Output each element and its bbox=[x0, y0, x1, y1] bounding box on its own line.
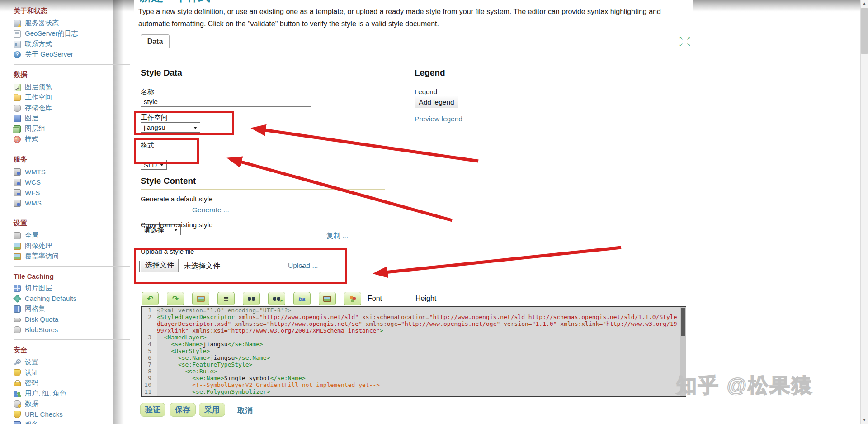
sidebar-item-coverage-access[interactable]: 覆盖率访问 bbox=[14, 251, 130, 262]
sidebar-item-wms[interactable]: WMS bbox=[14, 198, 130, 208]
service-security-icon bbox=[14, 421, 21, 424]
cancel-link[interactable]: 取消 bbox=[237, 405, 253, 416]
sidebar-item-layer-preview[interactable]: 图层预览 bbox=[14, 82, 130, 92]
code-text: <!--SymbolLayerV2 GradientFill not imple… bbox=[154, 381, 686, 388]
code-line: 5 <UserStyle> bbox=[142, 348, 686, 354]
sidebar-item-layer-groups[interactable]: 图层组 bbox=[14, 124, 130, 134]
code-line: 11 <se:PolygonSymbolizer> bbox=[142, 388, 686, 395]
editor-scrollbar-thumb[interactable] bbox=[681, 308, 685, 336]
geoserver-new-style-page: 关于和状态服务器状态GeoServer的日志联系方式关于 GeoServer数据… bbox=[0, 0, 868, 424]
code-text: <StyledLayerDescriptor xmlns="http://www… bbox=[154, 314, 686, 334]
sidebar-item-data-security[interactable]: 数据 bbox=[14, 399, 130, 409]
sidebar-item-label: 数据 bbox=[25, 400, 38, 408]
code-text: <se:FeatureTypeStyle> bbox=[154, 361, 686, 368]
sidebar-item-label: Caching Defaults bbox=[25, 295, 76, 302]
blobstores-icon bbox=[14, 326, 21, 333]
sidebar-item-blobstores[interactable]: BlobStores bbox=[14, 324, 130, 335]
find-icon bbox=[248, 297, 255, 301]
main-panel: 新建一个样式 Type a new style definition, or u… bbox=[134, 0, 693, 424]
find-button[interactable] bbox=[243, 292, 260, 305]
format-select[interactable]: SLD bbox=[141, 160, 167, 170]
sidebar-item-global[interactable]: 全局 bbox=[14, 230, 130, 241]
style-name-input[interactable] bbox=[141, 96, 311, 107]
sidebar-item-label: 切片图层 bbox=[25, 284, 52, 292]
arrow-down-left-icon: ↙ bbox=[679, 42, 684, 48]
sidebar-separator bbox=[14, 149, 130, 149]
style-content-heading: Style Content bbox=[141, 176, 196, 186]
disk-quota-icon bbox=[14, 318, 21, 322]
save-button[interactable]: 保存 bbox=[170, 403, 196, 417]
sidebar-item-workspaces[interactable]: 工作空间 bbox=[14, 92, 130, 103]
validate-button[interactable]: 验证 bbox=[140, 403, 165, 417]
global-icon bbox=[14, 232, 21, 239]
preview-image-button[interactable] bbox=[192, 292, 209, 305]
window-scrollbar-thumb[interactable] bbox=[861, 8, 868, 54]
sidebar-item-server-status[interactable]: 服务器状态 bbox=[14, 18, 130, 29]
sidebar-item-wcs[interactable]: WCS bbox=[14, 177, 130, 187]
sidebar-item-logs[interactable]: GeoServer的日志 bbox=[14, 29, 130, 39]
find-next-button[interactable] bbox=[268, 292, 285, 305]
undo-button[interactable]: ↶ bbox=[142, 292, 159, 305]
generate-link[interactable]: Generate ... bbox=[192, 206, 229, 214]
change-case-icon: ba bbox=[298, 295, 305, 302]
picture-button[interactable] bbox=[319, 292, 336, 305]
choose-file-button[interactable]: 选择文件 bbox=[141, 259, 179, 272]
sidebar-item-label: 存储仓库 bbox=[25, 104, 52, 112]
watermark: 知乎 @松果猿 bbox=[676, 372, 813, 399]
sidebar-item-styles[interactable]: 样式 bbox=[14, 134, 130, 144]
style-code-editor[interactable]: 1<?xml version="1.0" encoding="UTF-8"?>2… bbox=[141, 306, 686, 397]
format-select-value: SLD bbox=[144, 161, 157, 169]
sidebar-item-label: 服务器状态 bbox=[25, 19, 59, 28]
scroll-up-arrow[interactable]: ▲ bbox=[861, 0, 868, 7]
maximize-editor-icon[interactable]: ↖↗↙↘ bbox=[679, 36, 692, 48]
reformat-button[interactable]: ≡ bbox=[217, 292, 235, 305]
palette-icon bbox=[350, 296, 353, 299]
sidebar-item-label: 全局 bbox=[25, 231, 38, 240]
line-number: 4 bbox=[142, 341, 154, 348]
code-text: <NamedLayer> bbox=[154, 334, 686, 341]
sidebar-item-tile-layers[interactable]: 切片图层 bbox=[14, 283, 130, 293]
redo-button[interactable]: ↷ bbox=[167, 292, 184, 305]
sidebar-item-stores[interactable]: 存储仓库 bbox=[14, 103, 130, 113]
sidebar-item-security-settings[interactable]: 设置 bbox=[14, 357, 130, 367]
sidebar-item-gridsets[interactable]: 网格集 bbox=[14, 304, 130, 314]
generate-default-label: Generate a default style bbox=[141, 195, 212, 203]
sidebar-item-wfs[interactable]: WFS bbox=[14, 187, 130, 198]
upload-link[interactable]: Upload ... bbox=[288, 262, 318, 270]
sidebar-item-image-processing[interactable]: 图像处理 bbox=[14, 241, 130, 251]
sidebar-separator bbox=[14, 339, 130, 340]
sidebar-item-passwords[interactable]: 密码 bbox=[14, 378, 130, 388]
sidebar-item-wmts[interactable]: WMTS bbox=[14, 167, 130, 177]
sidebar-item-service-security[interactable]: 服务 bbox=[14, 419, 130, 424]
palette-button[interactable] bbox=[344, 292, 361, 305]
sidebar-item-about[interactable]: 关于 GeoServer bbox=[14, 49, 130, 60]
editor-scrollbar[interactable] bbox=[680, 307, 686, 396]
add-legend-button[interactable]: Add legend bbox=[415, 96, 458, 108]
sidebar-item-url-checks[interactable]: URL Checks bbox=[14, 409, 130, 419]
copy-link[interactable]: 复制 ... bbox=[326, 231, 348, 241]
sidebar-item-label: 图像处理 bbox=[25, 242, 52, 250]
code-text: <se:Name>jiangsu</se:Name> bbox=[154, 354, 686, 361]
workspace-select[interactable]: jiangsu bbox=[141, 122, 200, 133]
window-scrollbar[interactable]: ▲ ▼ bbox=[860, 0, 868, 424]
layers-icon bbox=[14, 115, 21, 122]
sidebar-item-auth[interactable]: 认证 bbox=[14, 367, 130, 378]
apply-button[interactable]: 采用 bbox=[199, 403, 225, 417]
sidebar-item-caching-defaults[interactable]: Caching Defaults bbox=[14, 293, 130, 304]
code-line: 3 <NamedLayer> bbox=[142, 334, 686, 341]
scroll-down-arrow[interactable]: ▼ bbox=[861, 417, 868, 424]
preview-image-icon bbox=[197, 296, 205, 302]
sidebar-item-label: 图层预览 bbox=[25, 83, 52, 91]
workspace-label: 工作空间 bbox=[141, 114, 168, 122]
sidebar-item-disk-quota[interactable]: Disk Quota bbox=[14, 314, 130, 324]
sidebar-item-label: 关于 GeoServer bbox=[25, 50, 73, 59]
sidebar-item-layers[interactable]: 图层 bbox=[14, 113, 130, 124]
sidebar-item-contact[interactable]: 联系方式 bbox=[14, 39, 130, 49]
code-text: <se:Rule> bbox=[154, 368, 686, 375]
preview-legend-link[interactable]: Preview legend bbox=[415, 115, 462, 123]
coverage-access-icon bbox=[14, 253, 21, 260]
tab-data[interactable]: Data bbox=[141, 34, 170, 48]
legend-heading: Legend bbox=[415, 68, 445, 78]
sidebar-item-users-groups-roles[interactable]: 用户, 组, 角色 bbox=[14, 388, 130, 399]
change-case-button[interactable]: ba bbox=[293, 292, 311, 305]
